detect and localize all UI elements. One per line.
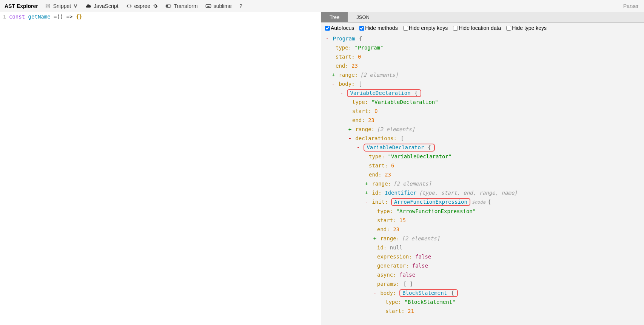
expand-toggle[interactable]: + [348, 125, 352, 134]
svg-point-2 [76, 5, 77, 5]
svg-point-5 [166, 5, 168, 7]
cloud-icon [85, 3, 91, 9]
snippet-label: Snippet [53, 3, 71, 9]
code-editor[interactable]: 1 const getName =() => {} [0, 12, 321, 325]
snippet-menu[interactable]: Snippet [42, 0, 81, 12]
svg-rect-4 [166, 5, 171, 7]
keyboard-icon [205, 3, 211, 9]
hide-type-checkbox[interactable] [506, 26, 511, 31]
opt-autofocus[interactable]: Autofocus [325, 25, 354, 31]
branch-icon [73, 4, 78, 8]
svg-point-3 [75, 7, 76, 8]
ast-node[interactable]: Identifier [385, 190, 416, 196]
parser-label: espree [134, 3, 151, 9]
tree-options: Autofocus Hide methods Hide empty keys H… [321, 23, 644, 33]
output-tabs: Tree JSON [321, 12, 644, 23]
tab-json[interactable]: JSON [348, 12, 378, 22]
collapse-toggle[interactable]: - [348, 134, 352, 143]
highlighted-node[interactable]: VariableDeclaration { [347, 89, 421, 97]
highlighted-node[interactable]: VariableDeclarator { [364, 144, 435, 152]
collapse-toggle[interactable]: - [331, 79, 336, 88]
language-menu[interactable]: JavaScript [82, 0, 121, 12]
ast-tree[interactable]: - Program { type: "Program" start: 0 end… [321, 33, 644, 325]
parser-menu[interactable]: espree [123, 0, 161, 12]
output-pane: Tree JSON Autofocus Hide methods Hide em… [321, 12, 644, 325]
opt-hide-loc[interactable]: Hide location data [453, 25, 501, 31]
toolbar: AST Explorer Snippet JavaScript espree T… [0, 0, 644, 12]
help-button[interactable]: ? [236, 0, 245, 12]
ast-node: BlockStatement [402, 290, 447, 296]
highlighted-node[interactable]: BlockStatement { [399, 289, 458, 297]
ast-node: ArrowFunctionExpression [394, 199, 467, 205]
opt-hide-empty[interactable]: Hide empty keys [403, 25, 448, 31]
code-icon [126, 3, 132, 9]
code-line: 1 const getName =() => {} [0, 14, 321, 20]
help-label: ? [239, 3, 242, 9]
keymap-label: sublime [214, 3, 232, 9]
language-label: JavaScript [94, 3, 118, 9]
opt-hide-methods[interactable]: Hide methods [359, 25, 397, 31]
hide-empty-checkbox[interactable] [403, 26, 408, 31]
expand-toggle[interactable]: + [364, 188, 369, 197]
expand-toggle[interactable]: + [364, 179, 369, 188]
keymap-menu[interactable]: sublime [202, 0, 235, 12]
collapse-toggle[interactable]: - [356, 143, 361, 152]
transform-label: Transform [174, 3, 197, 9]
right-label: Parser [623, 3, 642, 9]
brand[interactable]: AST Explorer [2, 3, 40, 9]
snippet-icon [45, 3, 51, 9]
collapse-toggle[interactable]: - [339, 88, 344, 98]
transform-menu[interactable]: Transform [162, 0, 200, 12]
gear-icon [153, 3, 158, 9]
ast-node[interactable]: Program [333, 36, 355, 42]
ast-node: VariableDeclarator [367, 144, 424, 150]
line-number: 1 [0, 14, 9, 20]
main: 1 const getName =() => {} Tree JSON Auto… [0, 12, 644, 325]
svg-point-1 [74, 5, 75, 5]
hide-loc-checkbox[interactable] [453, 26, 458, 31]
collapse-toggle[interactable]: - [325, 34, 330, 43]
code-content: const getName =() => {} [9, 14, 82, 20]
collapse-toggle[interactable]: - [364, 197, 369, 206]
opt-hide-type[interactable]: Hide type keys [506, 25, 547, 31]
hide-methods-checkbox[interactable] [359, 26, 364, 31]
toggle-icon [165, 3, 171, 9]
highlighted-node[interactable]: ArrowFunctionExpression [391, 198, 470, 206]
autofocus-checkbox[interactable] [325, 26, 330, 31]
expand-toggle[interactable]: + [373, 234, 377, 243]
tab-tree[interactable]: Tree [321, 12, 348, 22]
ast-node: VariableDeclaration [350, 90, 410, 96]
collapse-toggle[interactable]: - [373, 288, 377, 297]
expand-toggle[interactable]: + [331, 70, 336, 79]
svg-rect-6 [206, 5, 211, 8]
